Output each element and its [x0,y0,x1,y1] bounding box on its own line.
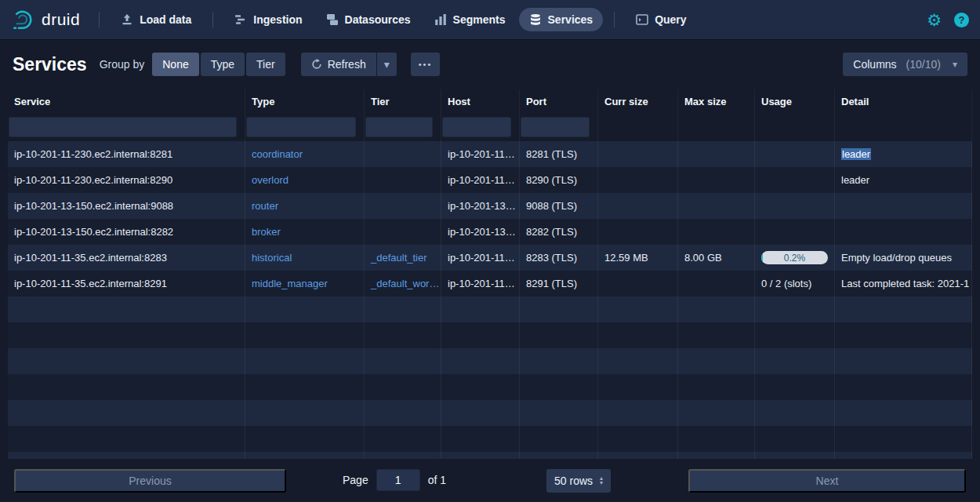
nav-divider [614,12,615,27]
group-by-tier-button[interactable]: Tier [246,53,285,76]
column-header-port[interactable]: Port [520,89,598,113]
type-link[interactable]: overlord [252,174,289,186]
table-row[interactable]: ip-10-201-13-150.ec2.internal:8282 broke… [8,219,972,245]
column-header-host[interactable]: Host [441,89,520,113]
empty-row [8,296,972,322]
table-row[interactable]: ip-10-201-11-35.ec2.internal:8283 histor… [8,245,972,271]
host-cell: ip-10-201-11… [441,271,520,296]
nav-item-services[interactable]: Services [519,8,604,31]
usage-cell [755,141,835,167]
group-by-label: Group by [100,58,145,71]
group-by-none-button[interactable]: None [152,53,198,76]
service-cell: ip-10-201-11-35.ec2.internal:8291 [8,271,245,296]
table-row[interactable]: ip-10-201-11-230.ec2.internal:8281 coord… [8,141,972,167]
empty-row [8,400,972,426]
total-pages-label: of 1 [428,474,446,486]
usage-cell: 0 / 2 (slots) [755,271,835,296]
selected-text: leader [841,148,871,160]
column-header-usage[interactable]: Usage [755,89,835,113]
nav-item-ingestion[interactable]: Ingestion [224,8,312,31]
usage-progress-fill [761,251,763,264]
query-icon [636,13,648,26]
column-header-max-size[interactable]: Max size [678,89,755,113]
nav-divider [212,12,213,27]
port-cell: 9088 (TLS) [520,193,598,219]
brand-home[interactable]: druid [11,8,80,31]
top-navbar: druid Load data Ingestion [0,0,980,39]
empty-row [8,426,972,452]
max-size-cell [678,167,755,193]
chevron-down-icon: ▾ [953,59,957,70]
nav-item-query[interactable]: Query [626,8,696,31]
port-cell: 8283 (TLS) [520,245,598,271]
max-size-cell: 8.00 GB [678,245,755,271]
column-header-detail[interactable]: Detail [835,89,972,113]
table-body: ip-10-201-11-230.ec2.internal:8281 coord… [8,141,972,459]
table-row[interactable]: ip-10-201-11-230.ec2.internal:8290 overl… [8,167,972,193]
host-cell: ip-10-201-13… [441,219,520,245]
group-by-segment: None Type Tier [152,53,285,76]
previous-page-button[interactable]: Previous [14,469,286,493]
chevron-down-icon: ▾ [384,58,390,71]
usage-cell [755,193,835,219]
curr-size-cell [598,167,678,193]
tier-link[interactable]: _default_wor… [371,278,439,289]
column-header-tier[interactable]: Tier [365,89,441,113]
datasources-icon [326,13,339,26]
filter-port-input[interactable] [521,117,590,137]
type-link[interactable]: broker [252,226,281,238]
table-row[interactable]: ip-10-201-11-35.ec2.internal:8291 middle… [8,271,972,296]
rows-per-page-select[interactable]: 50 rows ▴ ▾ [546,469,611,493]
curr-size-cell: 12.59 MB [598,245,678,271]
curr-size-cell [598,271,678,296]
max-size-cell [678,141,755,167]
empty-row [8,322,972,348]
filter-host-input[interactable] [442,117,511,137]
pagination-bar: Previous Page of 1 50 rows ▴ ▾ Next [0,459,980,502]
type-link[interactable]: coordinator [252,148,303,160]
table-filter-row [8,113,972,141]
service-cell: ip-10-201-13-150.ec2.internal:8282 [8,219,245,245]
tier-cell [365,193,441,219]
type-link[interactable]: router [252,200,278,212]
services-icon [529,13,542,26]
filter-service-input[interactable] [9,117,237,137]
usage-cell [755,219,835,245]
next-page-button[interactable]: Next [688,469,966,493]
page-number-input[interactable] [376,469,420,491]
service-cell: ip-10-201-11-35.ec2.internal:8283 [8,245,245,271]
type-link[interactable]: historical [252,252,292,264]
host-cell: ip-10-201-13… [441,193,520,219]
druid-console: druid Load data Ingestion [0,0,980,502]
settings-gear-icon[interactable]: ⚙ [927,12,942,28]
filter-tier-input[interactable] [365,117,433,137]
nav-item-label: Datasources [345,13,411,26]
ingestion-icon [234,13,247,26]
refresh-button[interactable]: Refresh [301,53,376,76]
nav-item-segments[interactable]: Segments [424,8,516,31]
detail-cell [835,193,972,219]
load-data-icon [121,13,133,26]
tier-link[interactable]: _default_tier [371,252,427,264]
columns-dropdown-button[interactable]: Columns (10/10) ▾ [843,53,967,76]
help-icon[interactable]: ? [954,13,969,27]
nav-item-load-data[interactable]: Load data [111,8,201,31]
refresh-interval-dropdown[interactable]: ▾ [377,53,397,76]
filter-type-input[interactable] [246,117,356,137]
type-link[interactable]: middle_manager [252,278,328,289]
usage-progress-bar: 0.2% [761,251,828,264]
group-by-type-button[interactable]: Type [201,53,245,76]
table-row[interactable]: ip-10-201-13-150.ec2.internal:9088 route… [8,193,972,219]
empty-row [8,452,972,459]
more-actions-button[interactable]: ••• [411,53,441,76]
service-cell: ip-10-201-13-150.ec2.internal:9088 [8,193,245,219]
rows-per-page-value: 50 rows [554,475,593,487]
column-header-service[interactable]: Service [8,89,245,113]
column-header-type[interactable]: Type [245,89,365,113]
nav-item-datasources[interactable]: Datasources [316,8,421,31]
page-label: Page [343,474,368,486]
curr-size-cell [598,193,678,219]
column-header-curr-size[interactable]: Curr size [598,89,678,113]
segments-icon [434,13,447,26]
page-jump-group: Page of 1 [343,469,446,491]
